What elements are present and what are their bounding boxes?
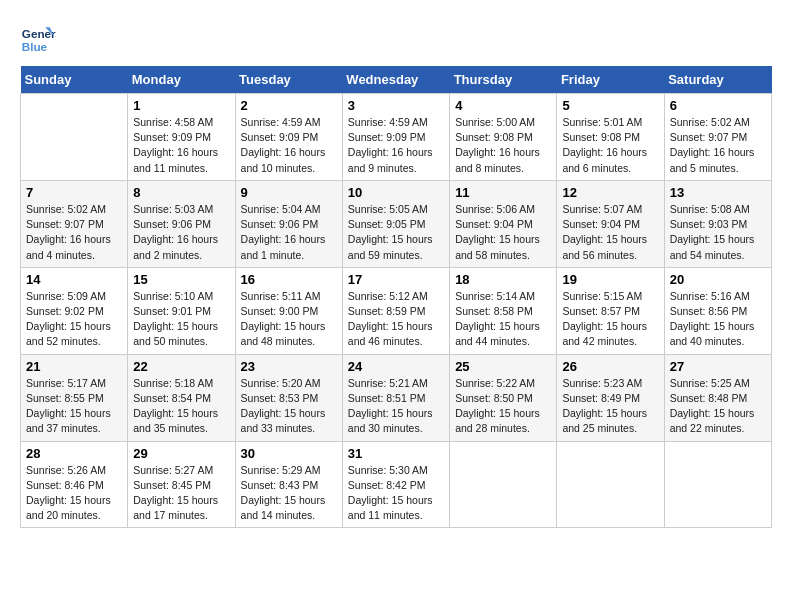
calendar-cell: 3Sunrise: 4:59 AMSunset: 9:09 PMDaylight…: [342, 94, 449, 181]
svg-text:Blue: Blue: [22, 40, 48, 53]
day-info: Sunrise: 5:03 AMSunset: 9:06 PMDaylight:…: [133, 202, 229, 263]
day-info: Sunrise: 5:12 AMSunset: 8:59 PMDaylight:…: [348, 289, 444, 350]
calendar-cell: 4Sunrise: 5:00 AMSunset: 9:08 PMDaylight…: [450, 94, 557, 181]
day-number: 3: [348, 98, 444, 113]
day-number: 24: [348, 359, 444, 374]
day-number: 18: [455, 272, 551, 287]
day-number: 21: [26, 359, 122, 374]
day-info: Sunrise: 5:26 AMSunset: 8:46 PMDaylight:…: [26, 463, 122, 524]
day-info: Sunrise: 5:08 AMSunset: 9:03 PMDaylight:…: [670, 202, 766, 263]
day-number: 27: [670, 359, 766, 374]
day-info: Sunrise: 5:00 AMSunset: 9:08 PMDaylight:…: [455, 115, 551, 176]
calendar-cell: 10Sunrise: 5:05 AMSunset: 9:05 PMDayligh…: [342, 180, 449, 267]
day-info: Sunrise: 5:09 AMSunset: 9:02 PMDaylight:…: [26, 289, 122, 350]
day-number: 15: [133, 272, 229, 287]
calendar-cell: 31Sunrise: 5:30 AMSunset: 8:42 PMDayligh…: [342, 441, 449, 528]
day-info: Sunrise: 5:10 AMSunset: 9:01 PMDaylight:…: [133, 289, 229, 350]
day-number: 12: [562, 185, 658, 200]
column-header-tuesday: Tuesday: [235, 66, 342, 94]
day-info: Sunrise: 5:05 AMSunset: 9:05 PMDaylight:…: [348, 202, 444, 263]
calendar-cell: [557, 441, 664, 528]
day-info: Sunrise: 5:30 AMSunset: 8:42 PMDaylight:…: [348, 463, 444, 524]
column-header-saturday: Saturday: [664, 66, 771, 94]
day-number: 6: [670, 98, 766, 113]
calendar-cell: 1Sunrise: 4:58 AMSunset: 9:09 PMDaylight…: [128, 94, 235, 181]
column-header-monday: Monday: [128, 66, 235, 94]
day-info: Sunrise: 5:21 AMSunset: 8:51 PMDaylight:…: [348, 376, 444, 437]
day-number: 31: [348, 446, 444, 461]
day-number: 7: [26, 185, 122, 200]
calendar-cell: 18Sunrise: 5:14 AMSunset: 8:58 PMDayligh…: [450, 267, 557, 354]
day-number: 17: [348, 272, 444, 287]
calendar-cell: 26Sunrise: 5:23 AMSunset: 8:49 PMDayligh…: [557, 354, 664, 441]
day-info: Sunrise: 5:29 AMSunset: 8:43 PMDaylight:…: [241, 463, 337, 524]
svg-text:General: General: [22, 27, 56, 40]
calendar-cell: 24Sunrise: 5:21 AMSunset: 8:51 PMDayligh…: [342, 354, 449, 441]
day-info: Sunrise: 4:59 AMSunset: 9:09 PMDaylight:…: [348, 115, 444, 176]
calendar-cell: 2Sunrise: 4:59 AMSunset: 9:09 PMDaylight…: [235, 94, 342, 181]
day-number: 19: [562, 272, 658, 287]
day-info: Sunrise: 5:14 AMSunset: 8:58 PMDaylight:…: [455, 289, 551, 350]
calendar-cell: 15Sunrise: 5:10 AMSunset: 9:01 PMDayligh…: [128, 267, 235, 354]
day-info: Sunrise: 5:04 AMSunset: 9:06 PMDaylight:…: [241, 202, 337, 263]
day-number: 22: [133, 359, 229, 374]
day-number: 28: [26, 446, 122, 461]
day-number: 20: [670, 272, 766, 287]
day-number: 4: [455, 98, 551, 113]
day-info: Sunrise: 5:16 AMSunset: 8:56 PMDaylight:…: [670, 289, 766, 350]
day-info: Sunrise: 5:15 AMSunset: 8:57 PMDaylight:…: [562, 289, 658, 350]
column-header-friday: Friday: [557, 66, 664, 94]
day-number: 14: [26, 272, 122, 287]
calendar-cell: 19Sunrise: 5:15 AMSunset: 8:57 PMDayligh…: [557, 267, 664, 354]
calendar-week-row: 14Sunrise: 5:09 AMSunset: 9:02 PMDayligh…: [21, 267, 772, 354]
day-info: Sunrise: 5:17 AMSunset: 8:55 PMDaylight:…: [26, 376, 122, 437]
day-info: Sunrise: 5:02 AMSunset: 9:07 PMDaylight:…: [26, 202, 122, 263]
calendar-table: SundayMondayTuesdayWednesdayThursdayFrid…: [20, 66, 772, 528]
day-info: Sunrise: 5:01 AMSunset: 9:08 PMDaylight:…: [562, 115, 658, 176]
day-number: 2: [241, 98, 337, 113]
calendar-cell: 5Sunrise: 5:01 AMSunset: 9:08 PMDaylight…: [557, 94, 664, 181]
day-info: Sunrise: 5:25 AMSunset: 8:48 PMDaylight:…: [670, 376, 766, 437]
day-info: Sunrise: 5:06 AMSunset: 9:04 PMDaylight:…: [455, 202, 551, 263]
day-number: 13: [670, 185, 766, 200]
logo: General Blue: [20, 20, 62, 56]
calendar-week-row: 28Sunrise: 5:26 AMSunset: 8:46 PMDayligh…: [21, 441, 772, 528]
day-number: 8: [133, 185, 229, 200]
calendar-cell: 14Sunrise: 5:09 AMSunset: 9:02 PMDayligh…: [21, 267, 128, 354]
logo-icon: General Blue: [20, 20, 56, 56]
calendar-cell: [450, 441, 557, 528]
day-info: Sunrise: 5:20 AMSunset: 8:53 PMDaylight:…: [241, 376, 337, 437]
day-number: 10: [348, 185, 444, 200]
day-info: Sunrise: 5:27 AMSunset: 8:45 PMDaylight:…: [133, 463, 229, 524]
day-info: Sunrise: 4:59 AMSunset: 9:09 PMDaylight:…: [241, 115, 337, 176]
day-number: 5: [562, 98, 658, 113]
calendar-cell: 11Sunrise: 5:06 AMSunset: 9:04 PMDayligh…: [450, 180, 557, 267]
calendar-cell: [21, 94, 128, 181]
day-info: Sunrise: 5:18 AMSunset: 8:54 PMDaylight:…: [133, 376, 229, 437]
day-number: 23: [241, 359, 337, 374]
day-info: Sunrise: 4:58 AMSunset: 9:09 PMDaylight:…: [133, 115, 229, 176]
calendar-cell: 25Sunrise: 5:22 AMSunset: 8:50 PMDayligh…: [450, 354, 557, 441]
day-number: 1: [133, 98, 229, 113]
page-header: General Blue: [20, 20, 772, 56]
calendar-header-row: SundayMondayTuesdayWednesdayThursdayFrid…: [21, 66, 772, 94]
calendar-cell: 17Sunrise: 5:12 AMSunset: 8:59 PMDayligh…: [342, 267, 449, 354]
day-number: 29: [133, 446, 229, 461]
calendar-cell: 9Sunrise: 5:04 AMSunset: 9:06 PMDaylight…: [235, 180, 342, 267]
calendar-cell: 13Sunrise: 5:08 AMSunset: 9:03 PMDayligh…: [664, 180, 771, 267]
calendar-cell: 16Sunrise: 5:11 AMSunset: 9:00 PMDayligh…: [235, 267, 342, 354]
day-info: Sunrise: 5:02 AMSunset: 9:07 PMDaylight:…: [670, 115, 766, 176]
calendar-cell: 27Sunrise: 5:25 AMSunset: 8:48 PMDayligh…: [664, 354, 771, 441]
calendar-cell: 22Sunrise: 5:18 AMSunset: 8:54 PMDayligh…: [128, 354, 235, 441]
column-header-wednesday: Wednesday: [342, 66, 449, 94]
calendar-cell: 8Sunrise: 5:03 AMSunset: 9:06 PMDaylight…: [128, 180, 235, 267]
calendar-cell: [664, 441, 771, 528]
calendar-cell: 6Sunrise: 5:02 AMSunset: 9:07 PMDaylight…: [664, 94, 771, 181]
column-header-sunday: Sunday: [21, 66, 128, 94]
day-number: 11: [455, 185, 551, 200]
calendar-cell: 7Sunrise: 5:02 AMSunset: 9:07 PMDaylight…: [21, 180, 128, 267]
day-info: Sunrise: 5:22 AMSunset: 8:50 PMDaylight:…: [455, 376, 551, 437]
calendar-cell: 12Sunrise: 5:07 AMSunset: 9:04 PMDayligh…: [557, 180, 664, 267]
calendar-week-row: 1Sunrise: 4:58 AMSunset: 9:09 PMDaylight…: [21, 94, 772, 181]
calendar-cell: 21Sunrise: 5:17 AMSunset: 8:55 PMDayligh…: [21, 354, 128, 441]
